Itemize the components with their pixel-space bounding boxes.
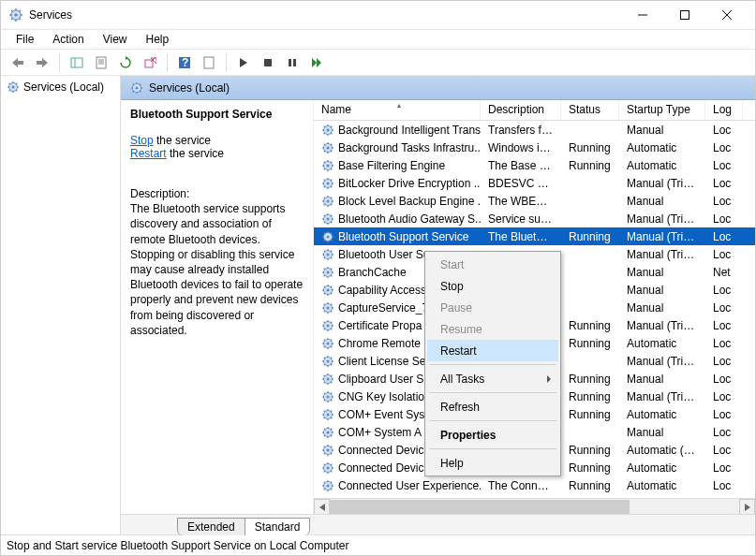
menu-view[interactable]: View (94, 31, 137, 48)
svg-marker-36 (317, 58, 321, 67)
scroll-left-button[interactable] (314, 499, 330, 514)
service-name: Base Filtering Engine (338, 159, 445, 172)
svg-rect-34 (293, 59, 296, 66)
gear-icon (321, 266, 334, 279)
col-logon[interactable]: Log (705, 100, 743, 120)
horizontal-scrollbar[interactable] (314, 498, 755, 514)
service-description: Windows in... (481, 141, 561, 154)
service-row[interactable]: Bluetooth Audio Gateway S...Service sup.… (314, 210, 755, 227)
back-button[interactable] (7, 52, 29, 73)
col-name[interactable]: Name▴ (314, 100, 481, 120)
refresh-button[interactable] (114, 52, 137, 73)
pane-header-label: Services (Local) (149, 81, 230, 95)
service-startup-type: Manual (Trig... (619, 390, 705, 403)
service-startup-type: Manual (619, 373, 705, 386)
ctx-help[interactable]: Help (427, 452, 558, 474)
service-logon: Loc (705, 159, 743, 172)
pause-service-button[interactable] (281, 52, 304, 73)
service-row[interactable]: BitLocker Drive Encryption ...BDESVC hos… (314, 174, 755, 192)
gear-icon (321, 373, 334, 386)
window-title: Services (29, 8, 621, 22)
app-icon (8, 7, 23, 22)
service-name: Connected Devic (338, 444, 423, 457)
ctx-stop[interactable]: Stop (427, 275, 558, 297)
properties-button[interactable] (90, 52, 112, 73)
workspace: Services (Local) Services (Local) Blueto… (1, 76, 755, 534)
scroll-thumb[interactable] (330, 500, 630, 514)
gear-icon (321, 319, 334, 332)
service-name: Bluetooth Audio Gateway S... (338, 212, 481, 226)
tab-extended[interactable]: Extended (177, 518, 245, 535)
show-hide-tree-button[interactable] (66, 52, 88, 73)
service-logon: Net (705, 266, 743, 279)
service-startup-type: Manual (Trig... (619, 248, 705, 261)
context-menu: Start Stop Pause Resume Restart All Task… (424, 251, 561, 476)
service-description: The WBENG... (481, 195, 561, 208)
tree-root-services-local[interactable]: Services (Local) (5, 80, 116, 95)
service-status: Running (561, 461, 619, 475)
stop-link[interactable]: Stop (130, 134, 154, 147)
service-row[interactable]: Bluetooth Support ServiceThe Bluetoo...R… (314, 227, 755, 245)
svg-rect-11 (680, 11, 689, 20)
forward-button[interactable] (31, 52, 53, 73)
maximize-button[interactable] (663, 1, 705, 29)
service-startup-type: Automatic (619, 337, 705, 350)
service-startup-type: Manual (619, 301, 705, 315)
service-logon: Loc (705, 284, 743, 297)
export-button[interactable] (139, 52, 161, 73)
minimize-button[interactable] (621, 1, 663, 29)
service-status: Running (561, 319, 619, 332)
service-name: BitLocker Drive Encryption ... (338, 177, 481, 190)
service-startup-type: Manual (619, 426, 705, 439)
service-row[interactable]: Base Filtering EngineThe Base Fil...Runn… (314, 156, 755, 174)
help-button[interactable]: ? (173, 52, 196, 73)
service-startup-type: Manual (Trig... (619, 319, 705, 332)
close-button[interactable] (705, 1, 748, 29)
service-row[interactable]: Background Tasks Infrastru...Windows in.… (314, 139, 755, 156)
stop-service-button[interactable] (257, 52, 279, 73)
service-row[interactable]: Background Intelligent Trans...Transfers… (314, 121, 755, 139)
ctx-refresh[interactable]: Refresh (427, 396, 558, 417)
service-row[interactable]: Block Level Backup Engine ...The WBENG..… (314, 192, 755, 210)
ctx-all-tasks[interactable]: All Tasks (427, 368, 558, 389)
service-logon: Loc (705, 408, 743, 421)
ctx-properties[interactable]: Properties (427, 424, 558, 446)
menu-file[interactable]: File (7, 31, 43, 48)
service-name: CNG Key Isolatio (338, 390, 424, 403)
tab-standard[interactable]: Standard (245, 518, 311, 535)
col-description[interactable]: Description (481, 100, 561, 120)
ctx-restart[interactable]: Restart (427, 340, 558, 361)
service-row[interactable]: Connected User Experience...The Connec..… (314, 476, 755, 494)
svg-rect-33 (289, 59, 291, 66)
gear-icon (321, 141, 334, 154)
restart-link[interactable]: Restart (130, 147, 167, 160)
description-text: The Bluetooth service supports discovery… (130, 201, 304, 338)
gear-icon (321, 444, 334, 457)
gear-icon (321, 248, 334, 261)
menu-action[interactable]: Action (43, 31, 93, 48)
scroll-track[interactable] (330, 499, 739, 514)
help-topics-button[interactable] (198, 52, 220, 73)
col-startup-type[interactable]: Startup Type (619, 100, 705, 120)
svg-marker-14 (12, 58, 18, 67)
service-logon: Loc (705, 444, 743, 457)
service-logon: Loc (705, 195, 743, 208)
ctx-pause: Pause (427, 297, 558, 318)
col-status[interactable]: Status (561, 100, 619, 120)
service-logon: Loc (705, 124, 743, 137)
svg-rect-20 (96, 57, 106, 68)
restart-service-button[interactable] (305, 52, 328, 73)
service-name: Capability Access (338, 284, 426, 297)
tabstrip: Extended Standard (121, 514, 755, 534)
svg-rect-18 (71, 58, 82, 67)
start-service-button[interactable] (232, 52, 255, 73)
console-tree: Services (Local) (1, 76, 121, 534)
menu-help[interactable]: Help (137, 31, 179, 48)
service-logon: Loc (705, 141, 743, 154)
service-status: Running (561, 230, 619, 243)
gear-icon (321, 355, 334, 368)
scroll-right-button[interactable] (739, 499, 755, 514)
service-name: Chrome Remote (338, 337, 421, 350)
selected-service-title: Bluetooth Support Service (130, 108, 304, 121)
service-description: BDESVC hos... (481, 177, 561, 190)
